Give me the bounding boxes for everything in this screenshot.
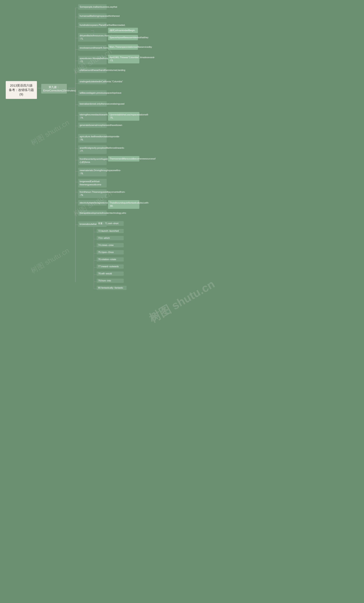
- watermark-5: 树图 shutu.cn: [29, 246, 71, 276]
- node-n10: beenabandoned.onlythenoseconebeingused: [78, 101, 107, 107]
- node-n17: longeneedEarthfuel-theenergywouldcome: [78, 179, 107, 187]
- answer-label: 答案：71.sort--short: [97, 221, 124, 226]
- node-n4b: (移民)ofmankindwillbegin.: [108, 28, 138, 33]
- answer-75: 75.Upon--Once: [97, 250, 124, 255]
- answer-80: 80.fantastically--fantastic: [97, 286, 127, 290]
- node-n19: electricitytoworkmagneticrockets.: [78, 200, 107, 206]
- node-n20: therapiddevelopmentofmoderntechnology,wh…: [78, 210, 107, 216]
- node-n15b: ThemoonandMarscouldbecomenewsourcesof: [108, 156, 139, 162]
- node-n11: tobringthecrewsbacktoearth.--74.: [78, 112, 107, 121]
- node-n6: spacebuses.Wesawthefirstspacebuslaunchin…: [78, 56, 107, 64]
- node-n13: agriculture.itwillneedtorotationtoprovid…: [78, 134, 107, 143]
- answer-78: 78.will--would: [97, 271, 124, 276]
- node-n15: fromthecenterbycentrifugal(向心的)force.: [78, 156, 107, 165]
- node-n4c: Spaceshipswillbeassembledsothatthey: [108, 35, 138, 40]
- title-text: 2013英语四六级备考：改错练习题(9): [9, 84, 34, 96]
- answer-73: 73.it--which: [97, 236, 124, 240]
- node-n2: humanswillbelivinginspacewithinthenext: [78, 13, 107, 19]
- answer-77: 77.inward--outwards: [97, 264, 124, 269]
- chapter-text: 第九篇：ErrorCorrection(15minutes): [43, 86, 76, 92]
- answer-79: 79.from--into: [97, 278, 124, 283]
- node-n5b: Mars.Thesespacestationswillbeservicedby: [108, 44, 138, 50]
- node-n7: orbitsaroundtheearthandthenreturned,land…: [78, 68, 107, 73]
- chapter-box: 第九篇：ErrorCorrection(15minutes): [41, 84, 67, 93]
- watermark-3: 树图 shutu.cn: [29, 118, 71, 148]
- node-n1: Somepeople,inallseriousness,saythat: [78, 4, 107, 10]
- node-n8: onahugedrylakebedinCalifornia."Columbia": [78, 79, 107, 84]
- node-n19b: Thatallsoundsquietfantasticallybut,with-…: [108, 200, 139, 209]
- node-n4: dirtyandlackofresources.Asortofexodus--7…: [78, 33, 107, 42]
- node-n6b: April1981.Thiswas"Columbia",itmadesevara…: [108, 55, 139, 63]
- node-n3: hundredorsoyears.PlanetEarthwillbecrowde…: [78, 23, 107, 28]
- node-n12: generateitsownatmosphereandhaveitsown: [78, 123, 107, 128]
- node-n18: fromthesun.Thisenergywoldbeconvertedfrom…: [78, 189, 107, 198]
- answer-72: 72.launch--launched: [97, 229, 124, 233]
- watermark-1: 树图 shutu.cn: [146, 277, 218, 326]
- answer-74: 74.crews--crew: [97, 243, 124, 247]
- answer-76: 76.rotation--rotate: [97, 257, 124, 262]
- node-n16: newmaterials.Drivingthroughspacewillno--…: [78, 168, 107, 176]
- node-n14: anartificialgravity;peoplewillbeforcedin…: [78, 145, 107, 154]
- node-n11b: Uponestablished,eachspacestationwill--75…: [108, 112, 139, 121]
- main-container: 树图 shutu.cn: [0, 0, 364, 603]
- title-box: 2013英语四六级备考：改错练习题(9): [6, 81, 37, 99]
- node-n9: willbeusedagain.previousspaceshipshave: [78, 90, 107, 96]
- node-n5: revolvearoundtheearth.Somemayorbitaround: [78, 45, 107, 51]
